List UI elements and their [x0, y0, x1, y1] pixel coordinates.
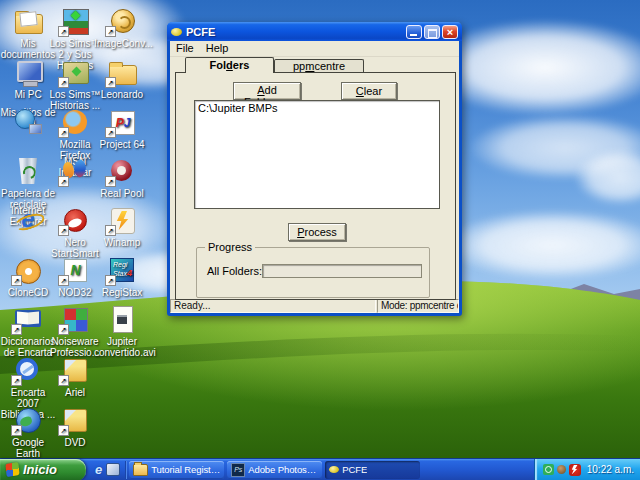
nero-icon: ↗ — [60, 205, 90, 235]
icon-label: Ariel — [47, 387, 103, 398]
desktop: Mis documentos Mi PC Mis sitios de red P… — [0, 0, 640, 480]
billiard-ball-icon: ↗ — [107, 156, 137, 186]
progress-group: Progress All Folders: — [196, 247, 430, 298]
photoshop-icon: Ps — [231, 463, 245, 477]
shortcut-arrow-icon: ↗ — [105, 26, 116, 37]
quick-launch-ie-icon[interactable]: e — [95, 463, 102, 477]
shortcut-arrow-icon: ↗ — [105, 225, 116, 236]
menu-help[interactable]: Help — [206, 42, 229, 56]
all-folders-progressbar — [262, 264, 422, 278]
shortcut-arrow-icon: ↗ — [58, 176, 69, 187]
sims-historias-icon: ↗ — [60, 57, 90, 87]
pcfe-window: PCFE × File Help Folders ppmcentre Add F… — [167, 22, 462, 316]
desktop-icon-leonardo[interactable]: ↗ Leonardo — [94, 57, 150, 100]
avi-file-icon — [107, 304, 137, 334]
pcfe-app-icon — [171, 28, 182, 36]
desktop-icon-winamp[interactable]: ↗ Winamp — [94, 205, 150, 248]
internet-explorer-icon: e — [13, 205, 43, 235]
google-earth-icon: ↗ — [13, 405, 43, 435]
shortcut-arrow-icon: ↗ — [58, 77, 69, 88]
shortcut-arrow-icon: ↗ — [58, 26, 69, 37]
maximize-button[interactable] — [424, 25, 440, 39]
desktop-icon-project-64[interactable]: PJ↗ Project 64 — [94, 107, 150, 150]
tray-icon-winamp-lightning[interactable] — [569, 464, 581, 476]
taskbar: Inicio e Tutorial Registax 4 Ps Adobe Ph… — [0, 458, 640, 480]
winamp-icon: ↗ — [107, 205, 137, 235]
nod32-icon: N↗ — [60, 255, 90, 285]
menu-file[interactable]: File — [176, 42, 194, 56]
firefox-icon: ↗ — [60, 107, 90, 137]
add-folders-button[interactable]: Add Folders... — [233, 82, 301, 100]
folder-list-item[interactable]: C:\Jupiter BMPs — [198, 102, 436, 114]
nero-document-icon: ↗ — [60, 355, 90, 385]
icon-label: Real Pool — [94, 188, 150, 199]
imageconv-icon: ↗ — [107, 6, 137, 36]
desktop-icon-imageconv[interactable]: ↗ ImageConv... — [94, 6, 150, 49]
network-places-icon — [13, 107, 43, 137]
icon-label: Leonardo — [94, 89, 150, 100]
desktop-icon-jupiter-avi[interactable]: Jupiter convertido.avi — [94, 304, 150, 358]
all-folders-label: All Folders: — [207, 265, 262, 277]
icon-label: ImageConv... — [94, 38, 150, 49]
minimize-button[interactable] — [406, 25, 422, 39]
taskbar-button-photoshop[interactable]: Ps Adobe Photoshop CS3 — [227, 461, 322, 479]
window-title: PCFE — [186, 26, 404, 38]
icon-label: DVD — [47, 437, 103, 448]
window-client-area: File Help Folders ppmcentre Add Folders.… — [170, 41, 459, 313]
sims2-icon: ↗ — [60, 6, 90, 36]
shortcut-arrow-icon: ↗ — [58, 225, 69, 236]
desktop-icon-registax[interactable]: RegiStax4↗ RegiStax — [94, 255, 150, 298]
desktop-icon-real-pool[interactable]: ↗ Real Pool — [94, 156, 150, 199]
windows-flag-icon — [5, 462, 19, 477]
system-tray: 10:22 a.m. — [534, 459, 640, 480]
folder-listbox[interactable]: C:\Jupiter BMPs — [194, 100, 440, 209]
registax-icon: RegiStax4↗ — [107, 255, 137, 285]
tray-icon-green[interactable] — [543, 464, 554, 475]
taskbar-button-tutorial-registax[interactable]: Tutorial Registax 4 — [129, 461, 224, 479]
close-button[interactable]: × — [442, 25, 458, 39]
shortcut-arrow-icon: ↗ — [105, 127, 116, 138]
encarta-2007-icon: ↗ — [13, 355, 43, 385]
icon-label: Jupiter convertido.avi — [94, 336, 150, 358]
shortcut-arrow-icon: ↗ — [58, 324, 69, 335]
status-bar: Ready... Mode: ppmcentre only — [170, 299, 459, 313]
shortcut-arrow-icon: ↗ — [58, 275, 69, 286]
show-desktop-icon[interactable] — [106, 463, 120, 476]
desktop-icon-dvd[interactable]: ↗ DVD — [47, 405, 103, 448]
shortcut-arrow-icon: ↗ — [11, 425, 22, 436]
start-button[interactable]: Inicio — [0, 459, 86, 480]
progress-group-label: Progress — [205, 241, 255, 253]
status-mode: Mode: ppmcentre only — [377, 299, 459, 313]
my-computer-icon — [13, 57, 43, 87]
msn-butterfly-icon: ↗ — [60, 156, 90, 186]
shortcut-arrow-icon: ↗ — [11, 275, 22, 286]
tray-icon-brown[interactable] — [557, 465, 566, 474]
my-documents-icon — [13, 6, 43, 36]
encarta-dictionary-icon: ↗ — [13, 304, 43, 334]
recycle-bin-icon — [13, 156, 43, 186]
shortcut-arrow-icon: ↗ — [105, 176, 116, 187]
noiseware-icon: ↗ — [60, 304, 90, 334]
taskbar-clock: 10:22 a.m. — [587, 464, 634, 475]
tab-ppmcentre[interactable]: ppmcentre — [274, 59, 364, 73]
icon-label: RegiStax — [94, 287, 150, 298]
shortcut-arrow-icon: ↗ — [105, 77, 116, 88]
shortcut-arrow-icon: ↗ — [11, 324, 22, 335]
process-button[interactable]: Process — [288, 223, 346, 241]
taskbar-button-pcfe[interactable]: PCFE — [325, 461, 420, 479]
window-titlebar[interactable]: PCFE × — [167, 22, 462, 41]
clear-button[interactable]: Clear — [341, 82, 397, 100]
folder-icon — [133, 464, 148, 476]
folder-icon: ↗ — [107, 57, 137, 87]
start-label: Inicio — [23, 462, 57, 477]
menu-bar: File Help — [170, 41, 459, 57]
shortcut-arrow-icon: ↗ — [58, 425, 69, 436]
icon-label: Winamp — [94, 237, 150, 248]
desktop-icon-ariel[interactable]: ↗ Ariel — [47, 355, 103, 398]
tab-folders[interactable]: Folders — [185, 57, 274, 73]
shortcut-arrow-icon: ↗ — [58, 127, 69, 138]
project64-icon: PJ↗ — [107, 107, 137, 137]
pcfe-app-icon — [329, 466, 339, 473]
nero-document-icon: ↗ — [60, 405, 90, 435]
folders-tab-page: Add Folders... Clear C:\Jupiter BMPs Pro… — [175, 72, 456, 300]
